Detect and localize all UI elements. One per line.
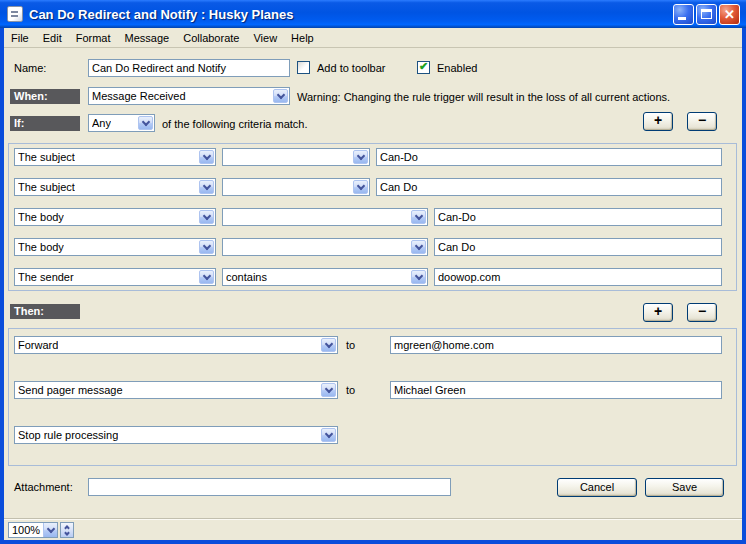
criteria-field-select[interactable]: The subject (14, 148, 216, 166)
chevron-down-icon (64, 530, 70, 536)
chevron-down-icon[interactable] (411, 210, 426, 224)
menu-help[interactable]: Help (284, 30, 321, 46)
attachment-input[interactable] (88, 478, 451, 496)
zoom-stepper[interactable] (60, 522, 74, 538)
add-action-button[interactable]: + (643, 303, 673, 322)
maximize-icon (701, 9, 712, 19)
zoom-level-value: 100% (9, 524, 43, 536)
action-target-input[interactable] (390, 336, 722, 354)
zoom-control: 100% (8, 522, 74, 538)
rule-name-input[interactable] (88, 59, 290, 77)
chevron-down-icon[interactable] (411, 270, 426, 284)
menu-collaborate[interactable]: Collaborate (176, 30, 246, 46)
menu-bar: File Edit Format Message Collaborate Vie… (4, 28, 742, 48)
menu-file[interactable]: File (4, 30, 36, 46)
chevron-down-icon[interactable] (199, 270, 214, 284)
maximize-button[interactable] (696, 4, 717, 25)
attachment-label: Attachment: (14, 481, 73, 493)
rule-editor-window: Can Do Redirect and Notify : Husky Plane… (0, 0, 746, 544)
action-type-select[interactable]: Forward (14, 336, 338, 354)
action-type-select[interactable]: Send pager message (14, 381, 338, 399)
chevron-down-icon[interactable] (353, 150, 368, 164)
chevron-down-icon[interactable] (321, 428, 336, 442)
app-icon (7, 6, 23, 22)
criteria-field-select[interactable]: The sender (14, 268, 216, 286)
criteria-value-input[interactable] (376, 178, 722, 196)
window-controls: ✕ (673, 4, 740, 25)
action-target-input[interactable] (390, 381, 722, 399)
when-label: When: (10, 89, 80, 104)
if-suffix-text: of the following criteria match. (162, 118, 308, 130)
enabled-label: Enabled (437, 62, 477, 74)
chevron-down-icon[interactable] (411, 240, 426, 254)
remove-action-button[interactable]: − (687, 303, 717, 322)
criteria-value-input[interactable] (434, 208, 722, 226)
criteria-field-select[interactable]: The body (14, 208, 216, 226)
criteria-operator-select[interactable] (222, 148, 370, 166)
chevron-down-icon[interactable] (321, 383, 336, 397)
menu-view[interactable]: View (246, 30, 284, 46)
chevron-down-icon[interactable] (321, 338, 336, 352)
save-button[interactable]: Save (645, 478, 724, 497)
chevron-down-icon[interactable] (138, 116, 153, 130)
minimize-icon (678, 17, 686, 20)
when-warning-text: Warning: Changing the rule trigger will … (297, 91, 670, 103)
when-trigger-select[interactable]: Message Received (88, 87, 290, 105)
if-match-mode-select[interactable]: Any (88, 114, 155, 132)
add-to-toolbar-checkbox[interactable] (297, 61, 310, 74)
title-bar: Can Do Redirect and Notify : Husky Plane… (0, 0, 746, 28)
minimize-button[interactable] (673, 4, 694, 25)
criteria-field-select[interactable]: The body (14, 238, 216, 256)
criteria-operator-select[interactable] (222, 238, 428, 256)
chevron-down-icon[interactable] (199, 210, 214, 224)
action-connector-label: to (346, 384, 355, 396)
dialog-body: Name: Add to toolbar Enabled When: Messa… (4, 48, 742, 518)
if-label: If: (10, 116, 80, 131)
then-label: Then: (10, 304, 80, 319)
criteria-field-select[interactable]: The subject (14, 178, 216, 196)
add-criteria-button[interactable]: + (643, 112, 673, 131)
menu-message[interactable]: Message (118, 30, 177, 46)
chevron-down-icon[interactable] (273, 89, 288, 103)
action-connector-label: to (346, 339, 355, 351)
menu-format[interactable]: Format (69, 30, 118, 46)
name-label: Name: (14, 62, 46, 74)
chevron-down-icon[interactable] (43, 523, 57, 537)
criteria-operator-select[interactable]: contains (222, 268, 428, 286)
criteria-operator-select[interactable] (222, 178, 370, 196)
menu-edit[interactable]: Edit (36, 30, 69, 46)
chevron-down-icon[interactable] (199, 240, 214, 254)
criteria-value-input[interactable] (434, 238, 722, 256)
zoom-level-select[interactable]: 100% (8, 522, 58, 538)
criteria-operator-select[interactable] (222, 208, 428, 226)
status-bar: 100% (4, 518, 742, 540)
cancel-button[interactable]: Cancel (557, 478, 637, 497)
remove-criteria-button[interactable]: − (687, 112, 717, 131)
chevron-down-icon[interactable] (199, 150, 214, 164)
chevron-down-icon[interactable] (199, 180, 214, 194)
close-icon: ✕ (720, 6, 739, 23)
add-to-toolbar-label: Add to toolbar (317, 62, 386, 74)
criteria-value-input[interactable] (376, 148, 722, 166)
close-button[interactable]: ✕ (719, 4, 740, 25)
action-type-select[interactable]: Stop rule processing (14, 426, 338, 444)
criteria-value-input[interactable] (434, 268, 722, 286)
chevron-down-icon[interactable] (353, 180, 368, 194)
window-title: Can Do Redirect and Notify : Husky Plane… (29, 7, 293, 22)
enabled-checkbox[interactable] (417, 61, 430, 74)
